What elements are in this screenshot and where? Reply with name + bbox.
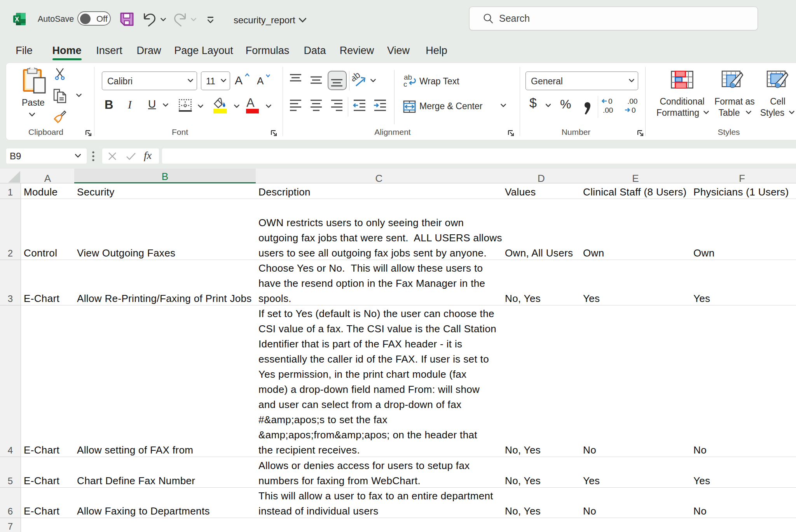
svg-text:X: X: [15, 16, 19, 23]
svg-text:0: 0: [608, 98, 613, 105]
svg-text:.00: .00: [603, 106, 613, 114]
svg-text:c: c: [403, 80, 407, 88]
svg-text:.00: .00: [627, 98, 637, 105]
svg-text:0: 0: [632, 106, 636, 114]
